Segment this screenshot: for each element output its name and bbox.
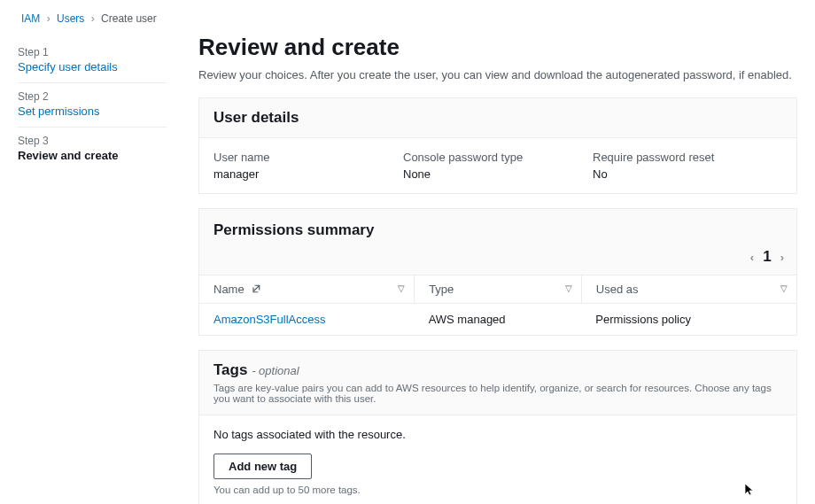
pager-next-icon[interactable]: › [780, 251, 784, 264]
breadcrumb-users[interactable]: Users [57, 12, 84, 25]
pager-current: 1 [763, 248, 771, 266]
panel-heading: Tags - optional Tags are key-value pairs… [199, 351, 796, 415]
policy-type: AWS managed [415, 304, 582, 336]
chevron-right-icon: › [91, 12, 95, 25]
breadcrumb-root[interactable]: IAM [21, 12, 40, 25]
col-type[interactable]: Type ▽ [415, 275, 582, 304]
col-used-as-label: Used as [596, 283, 639, 296]
password-type-label: Console password type [403, 151, 575, 164]
step-title: Review and create [18, 149, 167, 162]
step-title: Set permissions [18, 105, 167, 118]
step-1[interactable]: Step 1 Specify user details [18, 39, 167, 83]
page-title: Review and create [198, 34, 797, 61]
step-title: Specify user details [18, 60, 167, 74]
add-tag-button[interactable]: Add new tag [213, 454, 312, 479]
panel-heading: Permissions summary ‹ 1 › [199, 209, 796, 275]
step-3[interactable]: Step 3 Review and create [18, 128, 167, 171]
col-name-label: Name [213, 283, 244, 296]
step-label: Step 3 [18, 135, 167, 147]
step-label: Step 1 [18, 46, 167, 58]
username-label: User name [213, 151, 385, 164]
wizard-steps: Step 1 Specify user details Step 2 Set p… [18, 14, 167, 504]
sort-icon: ▽ [565, 283, 572, 293]
permissions-table: Name ▽ Type ▽ Used as ▽ [199, 275, 796, 335]
col-type-label: Type [429, 283, 454, 296]
breadcrumb: IAM › Users › Create user [21, 12, 157, 25]
tags-optional-text: - optional [252, 364, 299, 377]
breadcrumb-current: Create user [101, 12, 157, 25]
page-subtitle: Review your choices. After you create th… [198, 68, 797, 81]
policy-link[interactable]: AmazonS3FullAccess [213, 313, 325, 326]
col-used-as[interactable]: Used as ▽ [581, 275, 796, 304]
policy-used-as: Permissions policy [581, 304, 796, 336]
username-value: manager [213, 167, 385, 181]
panel-heading: User details [199, 98, 796, 138]
step-label: Step 2 [18, 90, 167, 103]
tags-empty-message: No tags associated with the resource. [213, 428, 782, 441]
pagination: ‹ 1 › [750, 248, 784, 266]
step-2[interactable]: Step 2 Set permissions [18, 83, 167, 128]
tags-limit-note: You can add up to 50 more tags. [213, 485, 782, 495]
password-reset-value: No [593, 167, 765, 181]
tags-heading-text: Tags [213, 361, 247, 378]
permissions-panel: Permissions summary ‹ 1 › Name [198, 208, 797, 336]
password-reset-label: Require password reset [593, 151, 765, 164]
pager-prev-icon[interactable]: ‹ [750, 251, 754, 264]
sort-icon: ▽ [398, 283, 405, 293]
chevron-right-icon: › [47, 12, 50, 25]
sort-icon: ▽ [780, 283, 788, 293]
tags-panel: Tags - optional Tags are key-value pairs… [198, 350, 797, 504]
tags-description: Tags are key-value pairs you can add to … [213, 383, 782, 404]
user-details-panel: User details User name manager Console p… [198, 97, 797, 194]
permissions-heading-text: Permissions summary [213, 221, 374, 238]
table-row: AmazonS3FullAccess AWS managed Permissio… [199, 304, 796, 336]
col-name[interactable]: Name ▽ [199, 275, 415, 304]
password-type-value: None [403, 167, 575, 181]
external-link-icon [251, 283, 261, 296]
